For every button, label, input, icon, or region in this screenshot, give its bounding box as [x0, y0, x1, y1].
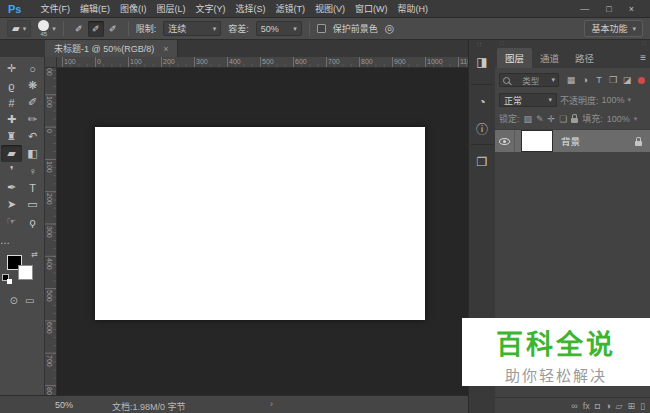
separator [309, 21, 310, 36]
status-expander-icon[interactable]: › [270, 399, 273, 409]
opacity-value[interactable]: 100% [602, 95, 625, 105]
new-group-icon[interactable]: ▱ [616, 401, 623, 411]
default-colors-icon[interactable] [3, 275, 13, 285]
tool-preset-dropdown[interactable]: ▰ ▾ [7, 20, 31, 37]
layer-lock-icon [635, 141, 642, 146]
info-panel-icon[interactable]: ⓘ [472, 118, 492, 138]
background-eraser-tool[interactable]: ▰ [1, 145, 22, 162]
vertical-ruler[interactable]: 2001000100200300400500600700800 [45, 68, 57, 395]
spot-healing-brush-tool[interactable]: ✚ [1, 111, 22, 128]
filter-shape-layers-icon[interactable]: ❒ [606, 75, 620, 85]
menu-item[interactable]: 文字(Y) [190, 0, 230, 18]
history-brush-tool[interactable]: ↶ [22, 128, 43, 145]
tablet-pressure-icon[interactable]: ◎ [385, 22, 395, 35]
layer-filter-toggle[interactable] [638, 77, 645, 84]
limits-dropdown[interactable]: 连续 ▾ [163, 21, 221, 36]
close-button[interactable]: × [629, 0, 634, 18]
zoom-tool[interactable]: ϙ [22, 213, 43, 230]
horizontal-ruler[interactable]: 100010020030040050060070080090010001100 [57, 57, 468, 68]
background-color-swatch[interactable] [18, 265, 33, 280]
path-selection-tool[interactable]: ➤ [1, 196, 22, 213]
panel-grip-icon: ∷ [500, 40, 504, 47]
brush-preset-picker[interactable]: 45 ▾ [38, 20, 56, 38]
lock-position-icon[interactable]: ✛ [548, 114, 556, 124]
menu-item[interactable]: 图像(I) [115, 0, 152, 18]
fill-value[interactable]: 100% [607, 114, 630, 124]
sampling-background-swatch-button[interactable]: ✐ [105, 21, 121, 37]
edit-toolbar-button[interactable]: … [0, 235, 10, 247]
pen-tool[interactable]: ✒ [1, 179, 22, 196]
eyedropper-tool[interactable]: ✐ [22, 94, 43, 111]
zoom-level-field[interactable]: 50% [55, 400, 73, 410]
filter-type-layers-icon[interactable]: T [592, 75, 606, 85]
delete-layer-icon[interactable]: ▯ [640, 401, 645, 411]
tool-icon: # [8, 97, 14, 109]
history-panel-icon[interactable]: ❐ [472, 152, 492, 172]
hand-tool[interactable]: ☞ [1, 213, 22, 230]
menu-item[interactable]: 图层(L) [151, 0, 190, 18]
adjustments-panel-icon[interactable]: ◔ [472, 92, 492, 112]
menu-item[interactable]: 视图(V) [310, 0, 350, 18]
menu-item[interactable]: 滤镜(T) [270, 0, 310, 18]
lock-transparent-pixels-icon[interactable]: ▨ [524, 114, 533, 124]
add-layer-mask-icon[interactable]: ◘ [595, 401, 600, 411]
link-layers-icon[interactable]: ∞ [571, 401, 577, 411]
quick-selection-tool[interactable]: ❋ [22, 77, 43, 94]
lasso-tool[interactable]: ϱ [1, 77, 22, 94]
document-tab[interactable]: 未标题-1 @ 50%(RGB/8) × [45, 40, 178, 57]
canvas[interactable] [95, 127, 425, 320]
filter-smart-objects-icon[interactable]: ◪ [620, 75, 634, 85]
layer-thumbnail[interactable] [522, 131, 552, 151]
menu-item[interactable]: 窗口(W) [350, 0, 393, 18]
gradient-tool[interactable]: ◧ [22, 145, 43, 162]
tool-options-bar: ▰ ▾ 45 ▾ ✐✐✐ 限制: 连续 ▾ 容差: 50% ▾ 保护前景色 ◎ [0, 18, 650, 40]
tool-icon: ▰ [7, 147, 15, 160]
protect-foreground-checkbox[interactable] [317, 24, 326, 33]
fill-label: 填充: [582, 112, 603, 125]
menu-item[interactable]: 选择(S) [230, 0, 270, 18]
lock-artboard-icon[interactable]: ❏ [559, 114, 567, 124]
clone-stamp-tool[interactable]: ♜ [1, 128, 22, 145]
separator [63, 21, 64, 36]
close-tab-icon[interactable]: × [163, 44, 168, 54]
layer-filter-type-dropdown[interactable]: 类型 ▾ [499, 73, 559, 87]
panel-menu-icon[interactable]: ≡ [640, 52, 646, 63]
filter-pixel-layers-icon[interactable]: ▦ [564, 75, 578, 85]
tolerance-dropdown[interactable]: 50% ▾ [256, 21, 302, 36]
menu-item[interactable]: 编辑(E) [75, 0, 115, 18]
blend-mode-dropdown[interactable]: 正常 ▾ [499, 93, 557, 107]
minimize-button[interactable]: — [580, 0, 589, 18]
type-tool[interactable]: T [22, 179, 43, 196]
lock-all-icon[interactable] [571, 118, 578, 123]
dodge-tool[interactable]: ♀ [22, 162, 43, 179]
sampling-once-button[interactable]: ✐ [88, 21, 104, 37]
tab-channels[interactable]: 通道 [532, 48, 567, 68]
color-panel-icon[interactable]: ◨ [472, 52, 492, 72]
elliptical-marquee-tool[interactable]: ○ [22, 60, 43, 77]
quick-mask-button[interactable]: ⊙ [10, 295, 18, 306]
brush-tool[interactable]: ✏ [22, 111, 43, 128]
tab-paths[interactable]: 路径 [567, 48, 602, 68]
screen-mode-button[interactable]: ▭ [25, 295, 34, 306]
tab-layers[interactable]: 图层 [497, 48, 532, 68]
rectangle-tool[interactable]: ▭ [22, 196, 43, 213]
adjustment-layer-icon[interactable]: ◑ [605, 401, 610, 411]
blur-tool[interactable]: ❜ [1, 162, 22, 179]
menu-item[interactable]: 帮助(H) [392, 0, 433, 18]
workspace-switcher-dropdown[interactable]: 基本功能 ▾ [584, 20, 643, 37]
tool-icon: ✏ [28, 113, 37, 126]
layer-row[interactable]: 背景 [495, 130, 650, 152]
new-layer-icon[interactable]: ⊞ [628, 401, 636, 411]
swap-colors-icon[interactable]: ⇄ [31, 250, 38, 259]
ruler-label: 0 [95, 58, 101, 65]
layer-visibility-eye-icon[interactable] [499, 138, 510, 145]
move-tool[interactable]: ✛ [1, 60, 22, 77]
menu-item[interactable]: 文件(F) [35, 0, 75, 18]
lock-image-pixels-icon[interactable]: ✎ [536, 114, 544, 124]
filter-adjustment-layers-icon[interactable]: ◑ [578, 75, 592, 85]
ruler-label: 1000 [425, 58, 443, 65]
maximize-button[interactable]: □ [606, 0, 611, 18]
layer-effects-icon[interactable]: fx [583, 401, 590, 411]
sampling-continuous-button[interactable]: ✐ [71, 21, 87, 37]
crop-tool[interactable]: # [1, 94, 22, 111]
